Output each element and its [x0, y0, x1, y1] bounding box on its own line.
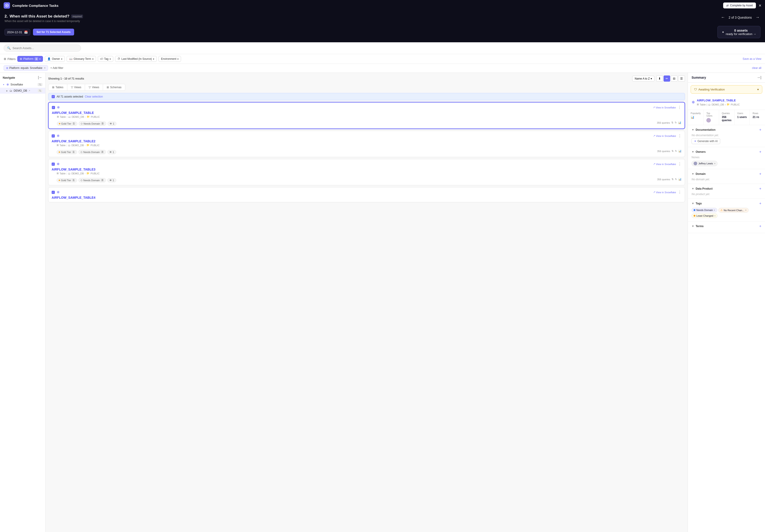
download-view-button[interactable]: ⬇	[656, 76, 663, 82]
clear-all-button[interactable]: clear all	[752, 66, 761, 70]
asset-card-actions: ↗ View in Snowflake ⋮	[653, 162, 682, 166]
verification-dropdown[interactable]: 🛡 Awaiting Verification ▾	[691, 85, 762, 94]
search-input[interactable]	[13, 46, 78, 50]
asset-card[interactable]: ✓ ❄ ↗ View in Snowflake ⋮ AIRFLOW_SAMPLE…	[48, 159, 685, 185]
queries-count: 356 queries	[657, 150, 670, 153]
view-in-snowflake-button[interactable]: ↗ View in Snowflake	[653, 163, 676, 166]
select-all-checkbox[interactable]: ✓	[52, 95, 55, 98]
views1-tab-label: Views	[74, 86, 81, 89]
owners-header[interactable]: ▼ Owners +	[692, 150, 761, 154]
view-in-snowflake-button[interactable]: ↗ View in Snowflake	[653, 106, 676, 109]
generate-ai-button[interactable]: ✦ Generate with AI	[692, 138, 720, 144]
more-options-button[interactable]: ⋮	[678, 162, 682, 166]
platform-filter-button[interactable]: ⊞ Platform 1 ▾	[17, 56, 43, 62]
close-button[interactable]: ×	[759, 3, 761, 8]
save-view-button[interactable]: Save as a View	[743, 57, 762, 61]
tab-views-2[interactable]: ▽ Views	[85, 84, 103, 91]
asset-card[interactable]: ✓ ❄ ↗ View in Snowflake ⋮ AIRFLOW_SAMPLE…	[48, 131, 685, 157]
top-users-label: Top Users	[706, 112, 716, 117]
asset-card[interactable]: ✓ ❄ ↗ View in Snowflake ⋮ AIRFLOW_SAMPLE…	[48, 187, 685, 202]
expand-summary-button[interactable]: →|	[757, 76, 761, 80]
last-modified-filter-button[interactable]: ⏱ Last Modified (In Source) ▾	[115, 56, 157, 62]
clock-icon: ⏱	[118, 57, 120, 61]
card-view-button[interactable]: ⊟	[671, 76, 677, 82]
add-data-product-button[interactable]: +	[759, 187, 761, 191]
edit-view-button[interactable]: ✏	[664, 76, 670, 82]
list-view-button[interactable]: ☰	[678, 76, 685, 82]
documentation-header[interactable]: ▼ Documentation +	[692, 128, 761, 132]
nav-item-snowflake[interactable]: ▼ ❄ Snowflake 71	[0, 81, 45, 88]
more-options-button[interactable]: ⋮	[678, 190, 682, 195]
external-link-icon: ↗	[653, 163, 655, 166]
prev-question-button[interactable]: ←	[720, 14, 726, 21]
asset-db: DEMO_DB	[72, 116, 84, 118]
asset-checkbox[interactable]: ✓	[52, 191, 55, 194]
tab-schemas[interactable]: ⊞ Schemas	[103, 84, 125, 91]
asset-icon-row: ❄ AIRFLOW_SAMPLE_TABLE ⊞ Table | 🗂 DEMO_…	[692, 99, 761, 106]
sort-button[interactable]: Name A to Z ▾	[632, 76, 654, 82]
set-selected-assets-button[interactable]: Set for 71 Selected Assets	[33, 29, 74, 35]
rows-stat: Rows 21 ro	[750, 110, 765, 125]
remove-owner-button[interactable]: ×	[714, 162, 715, 165]
owner-filter-button[interactable]: 👤 Owner ▾	[45, 56, 65, 62]
chip-value-label: Snowflake	[30, 66, 42, 70]
svg-point-1	[6, 5, 7, 6]
asset-name-block: AIRFLOW_SAMPLE_TABLE ⊞ Table | 🗂 DEMO_DB…	[697, 99, 740, 106]
complete-by-asset-button[interactable]: ⇄ Complete by Asset	[723, 3, 756, 8]
terms-section: ▼ Terms +	[688, 222, 765, 233]
asset-stats: 356 queries ⇅ ↻ 📊	[657, 150, 682, 153]
question-title: 2. When will this Asset be deleted? requ…	[5, 14, 83, 19]
terms-header[interactable]: ▼ Terms +	[692, 224, 761, 228]
remove-tag-button[interactable]: ×	[714, 215, 716, 217]
asset-checkbox[interactable]: ✓	[52, 106, 55, 109]
asset-checkbox[interactable]: ✓	[52, 134, 55, 138]
top-header-right: ⇄ Complete by Asset ×	[723, 3, 761, 8]
view-in-snowflake-button[interactable]: ↗ View in Snowflake	[653, 134, 676, 137]
more-options-button[interactable]: ⋮	[678, 134, 682, 138]
top-header: Complete Compliance Tasks ⇄ Complete by …	[0, 0, 765, 11]
tag-filter-button[interactable]: 🏷 Tag ▾	[98, 56, 113, 62]
asset-name[interactable]: AIRFLOW_SAMPLE_TABLE3	[52, 168, 682, 171]
schema-icon: 📁	[86, 172, 90, 175]
asset-checkbox[interactable]: ✓	[52, 163, 55, 166]
date-input[interactable]: 2024-12-31 📅	[5, 29, 30, 35]
domain-header[interactable]: ▼ Domain +	[692, 172, 761, 176]
remove-tag-button[interactable]: ×	[745, 209, 747, 212]
tab-views-1[interactable]: ▽ Views	[67, 84, 85, 91]
bar-chart-icon: 📊	[678, 150, 682, 153]
remove-tag-button[interactable]: ×	[714, 209, 715, 212]
add-filter-button[interactable]: + Add filter	[50, 66, 63, 70]
add-documentation-button[interactable]: +	[759, 128, 761, 132]
add-term-button[interactable]: +	[759, 224, 761, 228]
eye-icon: 👁	[109, 151, 112, 154]
add-tag-button[interactable]: +	[759, 202, 761, 206]
blue-dot	[694, 209, 695, 211]
tab-tables[interactable]: ⊞ Tables	[48, 84, 67, 91]
nav-item-demo-db[interactable]: ▶ 🗂 DEMO_DB ↗ 71	[0, 88, 45, 94]
glossary-icon: 📖	[69, 57, 73, 61]
verification-box[interactable]: ✦ 0 assets ready for verification →	[717, 26, 760, 38]
asset-name[interactable]: AIRFLOW_SAMPLE_TABLE4	[52, 196, 682, 200]
asset-name[interactable]: AIRFLOW_SAMPLE_TABLE2	[52, 139, 682, 143]
owners-header-left: ▼ Owners	[692, 150, 706, 154]
eye-icon: 👁	[110, 122, 112, 125]
tier-count: 1	[72, 179, 75, 182]
more-options-button[interactable]: ⋮	[678, 105, 681, 110]
clear-selection-button[interactable]: Clear selection	[85, 95, 103, 98]
asset-card[interactable]: ✓ ❄ ↗ View in Snowflake ⋮ AIRFLOW_SAMPLE…	[48, 102, 685, 129]
add-domain-button[interactable]: +	[759, 172, 761, 176]
next-question-button[interactable]: →	[755, 14, 760, 21]
data-product-header[interactable]: ▼ Data Product +	[692, 187, 761, 191]
collapse-navigate-button[interactable]: |←	[38, 76, 43, 80]
asset-name[interactable]: AIRFLOW_SAMPLE_TABLE	[52, 111, 681, 115]
tags-header[interactable]: ▼ Tags +	[692, 202, 761, 206]
chip-close-button[interactable]: ×	[44, 66, 46, 70]
glossary-filter-button[interactable]: 📖 Glossary Term ▾	[67, 56, 96, 62]
sort-icon: ⇅	[671, 121, 673, 124]
environment-filter-button[interactable]: Environment ▾	[159, 56, 181, 62]
table-icon: ⊞	[57, 115, 59, 118]
view-in-snowflake-button[interactable]: ↗ View in Snowflake	[653, 191, 676, 194]
schemas-tab-label: Schemas	[110, 86, 121, 89]
summary-asset-name[interactable]: AIRFLOW_SAMPLE_TABLE	[697, 99, 740, 102]
add-owner-button[interactable]: +	[759, 150, 761, 154]
